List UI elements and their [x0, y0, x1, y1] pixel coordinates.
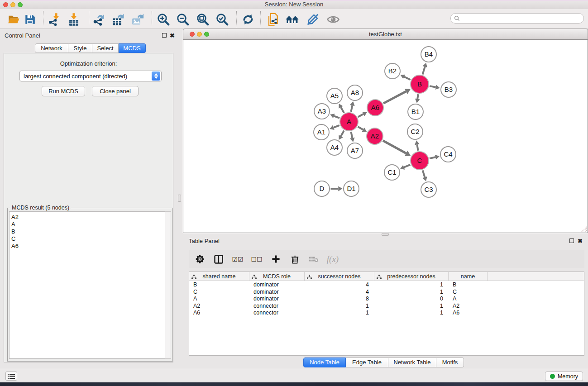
memory-button[interactable]: Memory	[545, 372, 583, 381]
select-all-button[interactable]: ☑☑	[231, 253, 244, 266]
table-panel-close-icon[interactable]: ✖	[578, 239, 583, 243]
table-cell[interactable]: dominator	[249, 295, 305, 303]
minimize-window-button[interactable]	[10, 2, 15, 7]
table-panel-float-icon[interactable]	[569, 238, 574, 243]
table-cell[interactable]: connector	[249, 310, 305, 317]
graph-edge-A-A3[interactable]	[334, 116, 339, 118]
graph-edge-C-C3[interactable]	[423, 170, 425, 177]
network-canvas[interactable]: B4B2BB3A8A5A6A3B1AA1C2A2A4A7C4CC1C3DD1	[183, 40, 588, 233]
table-cell[interactable]: 1	[374, 310, 449, 317]
run-mcds-button[interactable]: Run MCDS	[42, 86, 85, 96]
tab-select[interactable]: Select	[92, 43, 119, 53]
graph-edge-C-C1[interactable]	[404, 165, 410, 167]
table-cell[interactable]: A6	[449, 310, 488, 317]
column-header-MCDS-role[interactable]: MCDS role	[249, 272, 305, 281]
table-cell[interactable]: A6	[189, 310, 249, 317]
table-row[interactable]: Bdominator41B	[189, 281, 584, 289]
table-cell[interactable]: 0	[374, 295, 449, 303]
zoom-selected-button[interactable]	[215, 12, 229, 27]
table-cell[interactable]: dominator	[249, 281, 305, 289]
table-options-button[interactable]	[193, 253, 206, 266]
table-cell[interactable]: C	[449, 289, 488, 296]
table-cell[interactable]: 1	[374, 281, 449, 289]
graph-edge-B-B1[interactable]	[417, 94, 418, 99]
graph-edge-A-A5[interactable]	[341, 107, 344, 113]
control-panel-float-icon[interactable]	[162, 33, 167, 38]
mcds-result-item[interactable]: A	[10, 221, 165, 228]
tab-mcds[interactable]: MCDS	[119, 43, 146, 53]
table-cell[interactable]: 1	[374, 289, 449, 296]
graph-edge-A-A1[interactable]	[334, 125, 339, 128]
graph-edge-B-B3[interactable]	[430, 86, 436, 87]
table-cell[interactable]: 1	[305, 303, 374, 310]
tab-network-table[interactable]: Network Table	[388, 357, 436, 367]
network-window-titlebar[interactable]: testGlobe.txt	[183, 29, 588, 40]
network-zoom-button[interactable]	[204, 32, 209, 37]
table-cell[interactable]: B	[189, 281, 249, 289]
column-header-predecessor-nodes[interactable]: predecessor nodes	[374, 272, 449, 281]
mcds-result-scrollbar[interactable]	[165, 211, 171, 359]
column-header-shared-name[interactable]: shared name	[189, 272, 249, 281]
open-session-button[interactable]	[7, 12, 21, 27]
zoom-in-button[interactable]	[156, 12, 171, 27]
table-cell[interactable]: 4	[305, 281, 374, 289]
search-input[interactable]	[462, 15, 583, 22]
new-network-from-selection-button[interactable]	[266, 12, 281, 27]
cybrowser-home-button[interactable]	[285, 12, 300, 27]
tab-style[interactable]: Style	[68, 43, 92, 53]
table-row[interactable]: Adominator80A	[189, 295, 584, 303]
delete-table-button[interactable]	[307, 253, 320, 266]
graph-edge-A-A6[interactable]	[358, 114, 363, 117]
deselect-all-button[interactable]: ☐☐	[250, 253, 263, 266]
export-image-button[interactable]	[130, 12, 145, 27]
table-cell[interactable]: dominator	[249, 289, 305, 296]
graph-edge-A-A4[interactable]	[341, 131, 344, 136]
apply-layout-button[interactable]	[241, 12, 255, 27]
export-table-button[interactable]	[111, 12, 125, 27]
vertical-splitter-handle[interactable]	[178, 195, 181, 202]
graph-edge-A6-B[interactable]	[383, 91, 406, 103]
graph-edge-C-C4[interactable]	[430, 157, 435, 158]
export-network-button[interactable]	[92, 12, 106, 27]
graph-edge-A-A8[interactable]	[351, 105, 352, 112]
import-table-button[interactable]	[67, 12, 81, 27]
horizontal-splitter-handle[interactable]	[382, 233, 389, 236]
table-row[interactable]: Cdominator41C	[189, 289, 584, 296]
table-cell[interactable]: A2	[189, 303, 249, 310]
control-panel-close-icon[interactable]: ✖	[170, 33, 175, 38]
graph-edge-A2-C[interactable]	[383, 141, 406, 153]
zoom-window-button[interactable]	[18, 2, 23, 7]
network-minimize-button[interactable]	[197, 32, 202, 37]
table-cell[interactable]: 1	[374, 303, 449, 310]
tab-network[interactable]: Network	[35, 43, 68, 53]
graph-edge-B-B4[interactable]	[423, 67, 425, 74]
criterion-dropdown[interactable]: largest connected component (directed)	[19, 71, 162, 81]
column-header-name[interactable]: name	[449, 272, 488, 281]
close-window-button[interactable]	[3, 2, 8, 7]
tab-motifs[interactable]: Motifs	[436, 357, 464, 367]
mcds-result-item[interactable]: A2	[10, 214, 165, 221]
graph-edge-B-B2[interactable]	[404, 76, 411, 80]
graph-edge-A-A7[interactable]	[351, 132, 352, 138]
close-panel-button[interactable]: Close panel	[92, 86, 139, 96]
import-network-button[interactable]	[47, 12, 62, 27]
table-cell[interactable]: 8	[305, 295, 374, 303]
table-cell[interactable]: connector	[249, 303, 305, 310]
table-cell[interactable]: A	[449, 295, 488, 303]
task-history-button[interactable]	[5, 372, 17, 381]
table-cell[interactable]: 4	[305, 289, 374, 296]
hide-annotations-button[interactable]	[306, 12, 320, 27]
save-session-button[interactable]	[23, 12, 37, 27]
zoom-fit-button[interactable]	[196, 12, 210, 27]
mcds-result-list[interactable]: A2ABCA6	[9, 211, 166, 359]
table-cell[interactable]: A	[189, 295, 249, 303]
mcds-result-item[interactable]: C	[10, 235, 165, 243]
table-cell[interactable]: 1	[305, 310, 374, 317]
show-column-button[interactable]	[212, 253, 225, 266]
table-cell[interactable]: B	[449, 281, 488, 289]
show-graphics-details-button[interactable]	[326, 12, 340, 27]
tab-node-table[interactable]: Node Table	[303, 357, 346, 367]
table-cell[interactable]: C	[189, 289, 249, 296]
add-column-button[interactable]	[269, 253, 282, 266]
column-header-successor-nodes[interactable]: successor nodes	[305, 272, 374, 281]
